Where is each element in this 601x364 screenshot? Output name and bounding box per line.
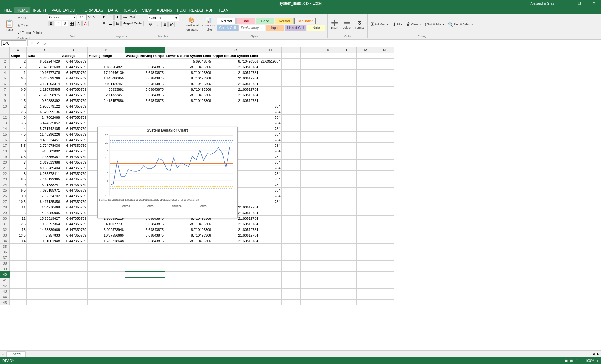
align-top-btn[interactable]: ⬆ <box>101 14 107 20</box>
cell-M1[interactable] <box>356 53 375 59</box>
menu-team[interactable]: TEAM <box>216 7 231 13</box>
cell-I1[interactable] <box>281 53 300 59</box>
sheet-tab-1[interactable]: Sheet1 <box>6 351 26 357</box>
cell-G2[interactable]: -8.710496306 <box>212 59 259 64</box>
font-size-box[interactable]: 11 <box>77 14 87 20</box>
style-note-btn[interactable]: Note <box>307 25 325 31</box>
maximize-button[interactable]: ❐ <box>572 0 587 7</box>
cut-button[interactable]: ✂Cut <box>16 14 44 21</box>
col-header-G[interactable]: G <box>212 47 259 53</box>
copy-button[interactable]: ⎘Copy <box>16 22 44 29</box>
col-header-F[interactable]: F <box>165 47 212 53</box>
formula-input[interactable] <box>49 40 600 46</box>
style-explanatory-btn[interactable]: Explanatory ... <box>238 25 265 31</box>
comma-btn[interactable]: , <box>155 22 161 27</box>
style-linked-btn[interactable]: Linked Cell <box>285 25 306 31</box>
scroll-right-btn[interactable]: ▶ <box>596 352 600 356</box>
font-color-button[interactable]: A <box>82 21 89 26</box>
style-input-btn[interactable]: Input <box>266 25 284 31</box>
menu-home[interactable]: HOME <box>14 7 30 13</box>
sort-filter-button[interactable]: ↕ Sort & Filter ▾ <box>423 21 446 28</box>
fill-button[interactable]: ⬇ Fill ▾ <box>391 21 404 28</box>
col-header-J[interactable]: J <box>300 47 319 53</box>
cell-L2[interactable] <box>338 59 356 64</box>
menu-review[interactable]: REVIEW <box>120 7 140 13</box>
col-header-A[interactable]: A <box>10 47 27 53</box>
view-normal-btn[interactable]: ▣ <box>565 359 568 363</box>
close-button[interactable]: ✕ <box>587 0 601 7</box>
align-middle-btn[interactable]: ↕ <box>108 14 114 20</box>
style-good-btn[interactable]: Good <box>256 18 274 24</box>
cell-H1[interactable] <box>259 53 281 59</box>
conditional-formatting-button[interactable]: 🎨 Conditional Formatting <box>183 16 200 32</box>
format-as-table-button[interactable]: 📊 Format as Table <box>201 16 217 32</box>
cancel-formula-icon[interactable]: ✕ <box>29 41 34 45</box>
cell-I2[interactable] <box>281 59 300 64</box>
chart-container[interactable]: System Behavior Chart 25 20 <box>97 127 238 218</box>
find-select-button[interactable]: 🔍 Find & Select ▾ <box>446 21 474 28</box>
col-header-I[interactable]: I <box>281 47 300 53</box>
cell-C2[interactable]: 6.447350769 <box>61 59 88 64</box>
zoom-in-btn[interactable]: + <box>597 359 599 362</box>
col-header-B[interactable]: B <box>27 47 61 53</box>
menu-data[interactable]: DATA <box>106 7 120 13</box>
cell-D1[interactable]: Moving Range <box>88 53 125 59</box>
cell-H2[interactable]: 21.60519784 <box>259 59 281 64</box>
increase-decimal-btn[interactable]: .0 <box>161 22 168 27</box>
align-right-btn[interactable]: ▤ <box>114 21 121 26</box>
cell-A2[interactable]: -2 <box>10 59 27 64</box>
style-normal-btn[interactable]: Normal <box>217 18 236 24</box>
col-header-E[interactable]: E <box>125 47 165 53</box>
align-bottom-btn[interactable]: ⬇ <box>114 14 121 20</box>
cell-G1[interactable]: Upper Natural System Limit <box>212 53 259 59</box>
cell-K2[interactable] <box>319 59 338 64</box>
menu-foxit[interactable]: FOXIT READER PDF <box>175 7 216 13</box>
border-button[interactable]: ▦ <box>69 21 75 26</box>
insert-function-icon[interactable]: fx <box>42 41 47 45</box>
col-header-D[interactable]: D <box>88 47 125 53</box>
cell-N1[interactable] <box>375 53 394 59</box>
view-layout-btn[interactable]: ⊞ <box>570 359 573 363</box>
percent-btn[interactable]: % <box>148 22 154 27</box>
style-bad-btn[interactable]: Bad <box>236 18 255 24</box>
cell-N2[interactable] <box>375 59 394 64</box>
font-shrink-btn[interactable]: A↓ <box>92 15 97 19</box>
col-header-L[interactable]: L <box>338 47 356 53</box>
view-page-break-btn[interactable]: ⊟ <box>575 359 578 363</box>
menu-insert[interactable]: INSERT <box>30 7 49 13</box>
col-header-M[interactable]: M <box>356 47 375 53</box>
merge-center-button[interactable]: Merge & Center <box>121 21 144 26</box>
confirm-formula-icon[interactable]: ✓ <box>36 41 41 45</box>
col-header-N[interactable]: N <box>375 47 394 53</box>
name-box[interactable] <box>1 40 26 46</box>
bold-button[interactable]: B <box>48 21 54 26</box>
paste-button[interactable]: 📋 Paste <box>3 18 16 32</box>
cell-K1[interactable] <box>319 53 338 59</box>
style-calculation-btn[interactable]: Calculation <box>294 18 315 24</box>
align-left-btn[interactable]: ≡ <box>101 21 107 26</box>
menu-page-layout[interactable]: PAGE LAYOUT <box>49 7 80 13</box>
fill-color-button[interactable]: A <box>75 21 82 26</box>
underline-button[interactable]: U <box>62 21 68 26</box>
format-painter-button[interactable]: 🖌Format Painter <box>16 29 44 36</box>
cell-M2[interactable] <box>356 59 375 64</box>
cell-B1[interactable]: Data <box>27 53 61 59</box>
style-neutral-btn[interactable]: Neutral <box>275 18 294 24</box>
menu-view[interactable]: VIEW <box>140 7 154 13</box>
scroll-left-btn[interactable]: ◀ <box>592 352 595 356</box>
italic-button[interactable]: I <box>55 21 61 26</box>
cell-C1[interactable]: Average <box>61 53 88 59</box>
cell-E2[interactable] <box>125 59 165 64</box>
font-name-box[interactable]: Calibri ▾ <box>48 14 76 20</box>
cell-A1[interactable]: Slope <box>10 53 27 59</box>
cell-L1[interactable] <box>338 53 356 59</box>
sheet-container[interactable]: A B C D E F G H I J K L M N <box>0 47 601 350</box>
menu-addins[interactable]: ADD-INS <box>154 7 175 13</box>
cell-J2[interactable] <box>300 59 319 64</box>
zoom-out-btn[interactable]: − <box>581 359 583 362</box>
col-header-C[interactable]: C <box>61 47 88 53</box>
cell-E40[interactable] <box>125 272 165 277</box>
cell-B2[interactable]: -8.512247429 <box>27 59 61 64</box>
cell-E1[interactable]: Average Moving Range <box>125 53 165 59</box>
wrap-text-button[interactable]: Wrap Text <box>121 14 136 20</box>
